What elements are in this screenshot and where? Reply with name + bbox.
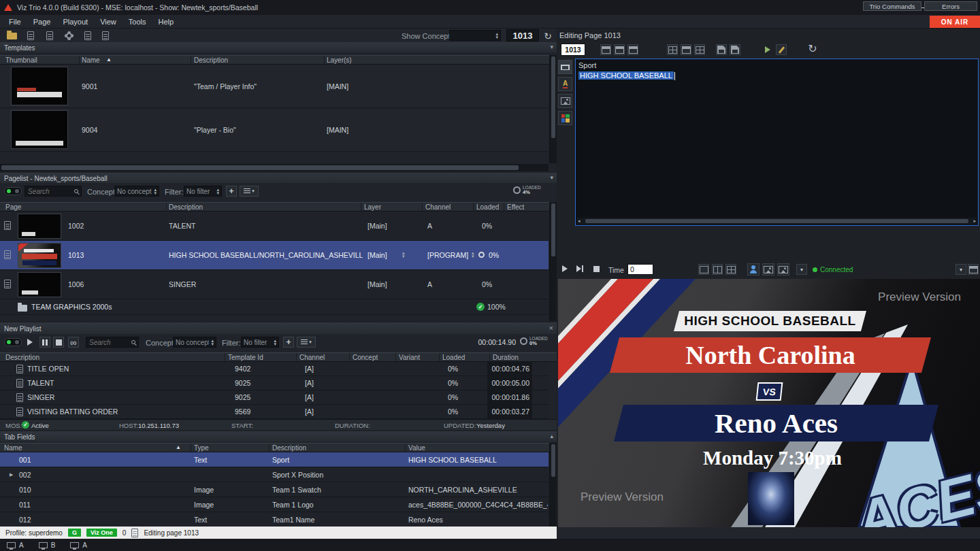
editor-horizontal-scrollbar[interactable]: ◂ ▸ xyxy=(577,218,977,224)
open-show-button[interactable] xyxy=(4,30,19,41)
scroll-left-icon[interactable]: ◂ xyxy=(578,218,581,224)
refresh-page-button[interactable] xyxy=(540,30,555,41)
menu-playout[interactable]: Playout xyxy=(56,18,94,26)
settings-button[interactable] xyxy=(61,30,76,41)
editor-page-input[interactable]: 1013 xyxy=(561,44,585,56)
playlist-filter-dropdown[interactable]: No filter xyxy=(241,337,279,348)
playlist-row-talent[interactable]: TALENT 9025 [A] 0% 00:00:05.00 xyxy=(0,376,549,390)
tab-field-row-010[interactable]: 010 Image Team 1 Swatch NORTH_CAROLINA_A… xyxy=(0,482,549,497)
tab-field-editor[interactable]: Sport HIGH SCHOOL BASEBALL ◂ ▸ xyxy=(575,59,979,226)
template-row-9001[interactable]: 9001 "Team / Player Info" [MAIN] xyxy=(0,65,549,108)
selected-text[interactable]: HIGH SCHOOL BASEBALL xyxy=(578,71,674,80)
save-as-button[interactable] xyxy=(730,44,740,55)
tab-field-row-001-selected[interactable]: 001 Text Sport HIGH SCHOOL BASEBALL xyxy=(0,452,549,467)
new-page-button[interactable] xyxy=(98,30,113,41)
pagelist-search-input[interactable] xyxy=(28,188,72,195)
col-name[interactable]: Name xyxy=(4,444,22,452)
playlist-search[interactable] xyxy=(86,337,139,348)
menu-file[interactable]: File xyxy=(3,18,27,26)
tab-field-row-002[interactable]: ▶ 002 Sport X Position xyxy=(0,467,549,482)
tabfield-settings-button[interactable] xyxy=(667,44,678,55)
current-page-display[interactable]: 1013 xyxy=(506,29,539,41)
templates-vertical-scrollbar[interactable] xyxy=(549,55,557,163)
col-concept[interactable]: Concept xyxy=(353,354,378,361)
col-name[interactable]: Name xyxy=(82,56,100,64)
keyboard-input-button[interactable] xyxy=(558,60,572,74)
col-duration[interactable]: Duration xyxy=(493,354,519,361)
edit-show-button[interactable] xyxy=(80,30,95,41)
view-mode-button[interactable]: ▾ xyxy=(297,337,316,348)
layout-split-button[interactable] xyxy=(712,264,723,275)
col-effect[interactable]: Effect xyxy=(507,203,524,211)
playlist-search-input[interactable] xyxy=(89,339,129,346)
image-edit-button[interactable] xyxy=(558,94,572,108)
col-loaded[interactable]: Loaded xyxy=(442,354,465,361)
collapse-icon[interactable]: ▾ xyxy=(550,44,553,50)
channel-spinner-icon[interactable] xyxy=(472,251,474,258)
pagelist-row-1006[interactable]: 1006 SINGER [Main] A 0% xyxy=(0,270,549,299)
add-filter-button[interactable] xyxy=(283,337,294,348)
compare-button[interactable] xyxy=(777,263,789,276)
field-value-line[interactable]: HIGH SCHOOL BASEBALL xyxy=(578,71,675,80)
collapse-icon[interactable]: ▾ xyxy=(550,174,553,181)
export-page-button[interactable] xyxy=(42,30,57,41)
pagelist-concept-dropdown[interactable]: No concept xyxy=(114,186,159,197)
layer-spinner-icon[interactable] xyxy=(402,251,405,258)
show-concept-dropdown[interactable] xyxy=(449,30,501,41)
preview-stop-button[interactable] xyxy=(591,263,602,274)
scroll-right-icon[interactable]: ▸ xyxy=(973,218,976,224)
close-icon[interactable]: × xyxy=(549,324,553,332)
pagelist-filter-dropdown[interactable]: No filter xyxy=(184,186,222,197)
playlist-enable-toggle[interactable] xyxy=(4,338,22,346)
test-play-button[interactable] xyxy=(762,44,773,55)
color-edit-button[interactable] xyxy=(558,111,572,125)
channel-b-tab[interactable]: B xyxy=(39,541,56,549)
pagelist-search[interactable] xyxy=(24,186,82,197)
layout-quad-button[interactable] xyxy=(725,264,736,275)
update-page-button[interactable] xyxy=(614,44,625,55)
pagelist-vertical-scrollbar[interactable] xyxy=(549,202,557,321)
menu-page[interactable]: Page xyxy=(27,18,57,26)
snapshot-button[interactable] xyxy=(762,263,774,276)
col-type[interactable]: Type xyxy=(194,444,209,452)
edit-script-button[interactable] xyxy=(776,44,787,55)
pagelist-folder-row[interactable]: TEAM GRAPHICS 2000s 100% xyxy=(0,299,549,315)
tab-fields-vertical-scrollbar[interactable] xyxy=(549,443,557,527)
playlist-row-title-open[interactable]: TITLE OPEN 9402 [A] 0% 00:00:04.76 xyxy=(0,362,549,376)
templates-horizontal-scrollbar[interactable] xyxy=(0,164,549,171)
col-description[interactable]: Description xyxy=(169,203,203,211)
detach-editor-button[interactable] xyxy=(627,44,638,55)
pagelist-row-1002[interactable]: 1002 TALENT [Main] A 0% xyxy=(0,212,549,241)
time-input[interactable] xyxy=(627,264,653,275)
preview-play-button[interactable] xyxy=(559,263,570,274)
insert-page-button[interactable] xyxy=(600,44,611,55)
col-loaded[interactable]: Loaded xyxy=(476,203,499,211)
col-layer[interactable]: Layer xyxy=(364,203,381,211)
add-filter-button[interactable] xyxy=(226,186,237,197)
pagelist-enable-toggle[interactable] xyxy=(4,187,22,195)
menu-tools[interactable]: Tools xyxy=(122,18,152,26)
playlist-row-singer[interactable]: SINGER 9025 [A] 0% 00:00:01.86 xyxy=(0,390,549,405)
col-channel[interactable]: Channel xyxy=(299,354,325,361)
col-variant[interactable]: Variant xyxy=(399,354,420,361)
layout-single-button[interactable] xyxy=(698,264,709,275)
import-page-button[interactable] xyxy=(23,30,38,41)
tab-field-row-011[interactable]: 011 Image Team 1 Logo aces_4B88BE_000000… xyxy=(0,497,549,512)
detach-preview-button[interactable] xyxy=(968,264,979,275)
collapse-icon[interactable]: ▴ xyxy=(550,433,553,439)
channel-a2-tab[interactable]: A xyxy=(70,541,87,549)
preview-options-dropdown[interactable]: ▾ xyxy=(956,264,966,275)
template-row-9004[interactable]: 9004 "Player - Bio" [MAIN] xyxy=(0,108,549,152)
col-description[interactable]: Description xyxy=(5,354,39,361)
playlist-stop-button[interactable] xyxy=(53,337,64,348)
col-channel[interactable]: Channel xyxy=(425,203,451,211)
col-thumbnail[interactable]: Thumbnail xyxy=(5,56,37,64)
col-page[interactable]: Page xyxy=(5,203,21,211)
playlist-play-button[interactable] xyxy=(24,337,35,348)
col-template-id[interactable]: Template Id xyxy=(228,354,263,361)
template-link-button[interactable] xyxy=(694,44,705,55)
reload-template-button[interactable] xyxy=(807,44,818,54)
playlist-pause-button[interactable] xyxy=(39,337,50,348)
script-editor-button[interactable] xyxy=(681,44,691,55)
render-mode-dropdown[interactable]: ▾ xyxy=(796,264,807,275)
